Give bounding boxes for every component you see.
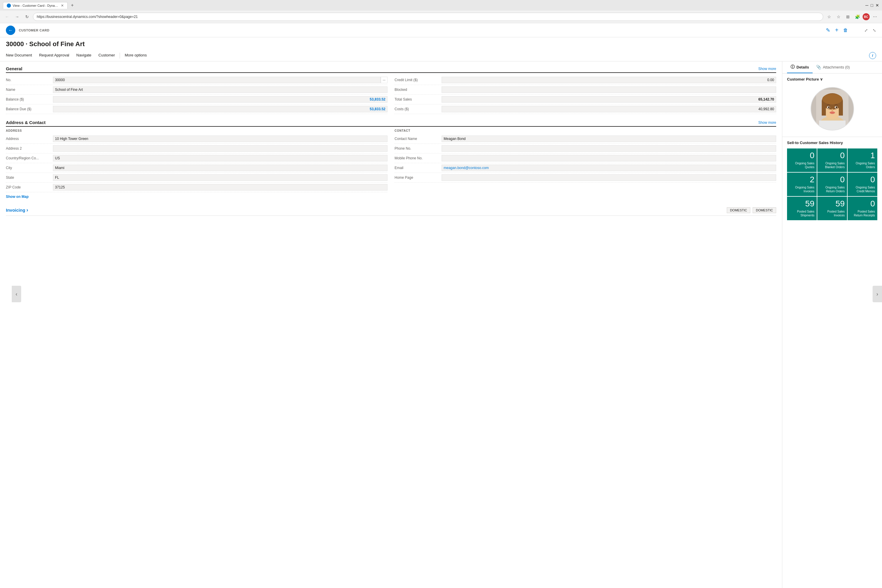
menu-navigate[interactable]: Navigate [73, 50, 95, 61]
zip-input[interactable] [53, 184, 387, 190]
tile-number-6: 59 [805, 200, 814, 208]
phone-label: Phone No. [394, 146, 442, 150]
customer-picture-chevron: ∨ [820, 77, 823, 81]
browser-extensions-icon[interactable]: 🧩 [853, 13, 861, 21]
toolbar-actions: ☆ ☆ ⊞ 🧩 BC ⋯ [825, 13, 879, 21]
balance-input[interactable] [53, 96, 387, 103]
field-row-country: Country/Region Co... [6, 153, 387, 163]
address-label: Address [6, 137, 53, 141]
back-nav-btn[interactable]: ← [3, 13, 11, 21]
reading-list-icon[interactable]: ☆ [834, 13, 843, 21]
country-input[interactable] [53, 155, 387, 161]
browser-chrome: View - Customer Card - Dynamics... ✕ + ─… [0, 0, 882, 23]
field-row-blocked: Blocked [394, 85, 776, 94]
new-tab-button[interactable]: + [69, 2, 76, 9]
tab-attachments[interactable]: 📎 Attachments (0) [813, 62, 854, 73]
forward-nav-btn[interactable]: → [13, 13, 21, 21]
main-content: General Show more No. ··· [0, 62, 882, 588]
browser-tab-active[interactable]: View - Customer Card - Dynamics... ✕ [3, 2, 68, 9]
city-label: City [6, 166, 53, 170]
tile-posted-sales-invoices[interactable]: 59 Posted Sales Invoices [818, 196, 847, 220]
customer-picture-header[interactable]: Customer Picture ∨ [787, 77, 877, 81]
side-nav-right-btn[interactable]: › [873, 286, 882, 302]
page-label: CUSTOMER CARD [19, 28, 50, 32]
profile-icon[interactable]: BC [862, 13, 870, 20]
general-section: General Show more No. ··· [6, 66, 776, 114]
info-icon-btn[interactable]: i [869, 52, 876, 59]
menu-request-approval[interactable]: Request Approval [36, 50, 73, 61]
action-bar: New Document Request Approval Navigate C… [0, 50, 882, 62]
invoicing-title[interactable]: Invoicing › [6, 207, 28, 213]
state-input[interactable] [53, 174, 387, 181]
collections-icon[interactable]: ⊞ [844, 13, 852, 21]
field-row-mobile: Mobile Phone No. [394, 153, 776, 163]
address2-input[interactable] [53, 145, 387, 152]
add-icon-btn[interactable]: + [835, 27, 838, 33]
total-sales-input[interactable] [442, 96, 776, 103]
contact-subsection-title: CONTACT [394, 129, 776, 132]
field-row-state: State [6, 173, 387, 183]
tile-ongoing-blanket-orders[interactable]: 0 Ongoing Sales Blanket Orders [818, 148, 847, 172]
bookmark-star-icon[interactable]: ☆ [825, 13, 833, 21]
mobile-label: Mobile Phone No. [394, 156, 442, 160]
name-input[interactable] [53, 86, 387, 93]
svg-point-13 [836, 106, 837, 108]
no-lookup-btn[interactable]: ··· [381, 77, 387, 83]
invoicing-header: Invoicing › DOMESTIC DOMESTIC [6, 205, 776, 216]
tile-ongoing-credit-memos[interactable]: 0 Ongoing Sales Credit Memos [848, 172, 877, 196]
tile-number-7: 59 [836, 200, 844, 208]
field-row-no: No. ··· [6, 75, 387, 85]
tile-posted-sales-shipments[interactable]: 59 Posted Sales Shipments [787, 196, 817, 220]
shrink-icon-btn[interactable]: ⤡ [873, 28, 876, 33]
address-input[interactable] [53, 135, 387, 142]
tile-ongoing-sales-orders[interactable]: 1 Ongoing Sales Orders [848, 148, 877, 172]
credit-limit-input[interactable] [442, 77, 776, 83]
panel-tabs: ⓘ Details 📎 Attachments (0) [782, 62, 882, 74]
tile-posted-return-receipts[interactable]: 0 Posted Sales Return Receipts [848, 196, 877, 220]
mobile-input[interactable] [442, 155, 776, 161]
side-nav-left-btn[interactable]: ‹ [12, 286, 21, 302]
edit-icon-btn[interactable]: ✎ [826, 27, 830, 33]
homepage-input[interactable] [442, 174, 776, 181]
city-input[interactable] [53, 165, 387, 171]
tile-ongoing-sales-quotes[interactable]: 0 Ongoing Sales Quotes [787, 148, 817, 172]
contact-name-input[interactable] [442, 135, 776, 142]
tile-ongoing-return-orders[interactable]: 0 Ongoing Sales Return Orders [818, 172, 847, 196]
menu-new-document[interactable]: New Document [6, 50, 36, 61]
no-input[interactable] [53, 77, 381, 83]
field-row-phone: Phone No. [394, 144, 776, 153]
menu-more-options[interactable]: More options [121, 50, 150, 61]
expand-icon-btn[interactable]: ⤢ [864, 28, 868, 33]
email-input[interactable] [442, 165, 776, 171]
address-contact-title: Address & Contact [6, 120, 46, 125]
tile-label-1: Ongoing Sales Blanket Orders [820, 161, 844, 169]
delete-icon-btn[interactable]: 🗑 [843, 28, 848, 33]
tab-close-btn[interactable]: ✕ [61, 3, 64, 8]
back-button[interactable]: ← [6, 26, 15, 35]
address-show-more[interactable]: Show more [758, 120, 776, 124]
show-on-map-link[interactable]: Show on Map [6, 195, 28, 199]
field-row-zip: ZIP Code [6, 183, 387, 192]
maximize-btn[interactable]: □ [871, 3, 873, 8]
minimize-btn[interactable]: ─ [866, 3, 868, 8]
close-window-btn[interactable]: ✕ [876, 3, 879, 8]
general-show-more[interactable]: Show more [758, 67, 776, 71]
field-row-address: Address [6, 134, 387, 144]
phone-input[interactable] [442, 145, 776, 152]
tab-details[interactable]: ⓘ Details [787, 62, 813, 73]
action-separator [120, 52, 120, 58]
tile-number-2: 1 [870, 152, 875, 160]
settings-icon[interactable]: ⋯ [871, 13, 879, 21]
no-value[interactable]: ··· [53, 77, 387, 83]
costs-input[interactable] [442, 106, 776, 112]
tile-ongoing-sales-invoices[interactable]: 2 Ongoing Sales Invoices [787, 172, 817, 196]
address-bar[interactable]: https://businesscentral.dynamics.com/?sh… [33, 13, 823, 21]
tile-label-0: Ongoing Sales Quotes [789, 161, 814, 169]
customer-picture-container [787, 84, 877, 133]
reload-btn[interactable]: ↻ [23, 13, 31, 21]
blocked-input[interactable] [442, 86, 776, 93]
app-header: ← CUSTOMER CARD ✎ + 🗑 ⤢ ⤡ [0, 23, 882, 38]
menu-customer[interactable]: Customer [95, 50, 118, 61]
balance-due-input[interactable] [53, 106, 387, 112]
address2-label: Address 2 [6, 146, 53, 150]
